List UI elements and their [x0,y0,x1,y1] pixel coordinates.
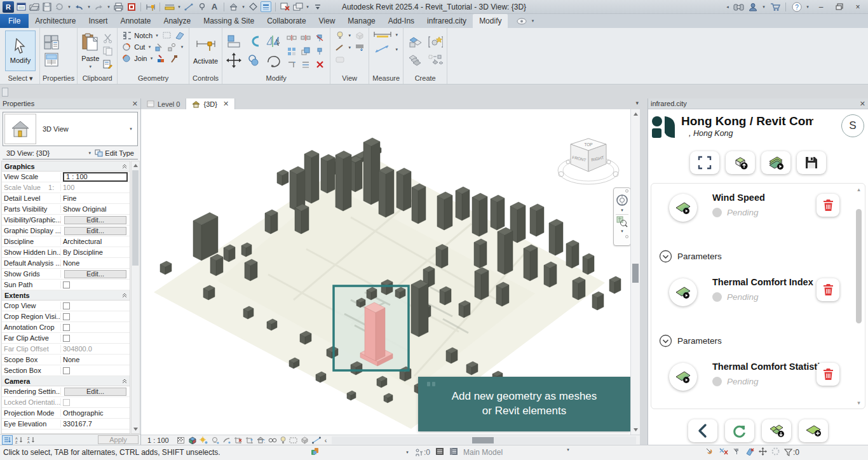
sort-default-icon[interactable] [2,435,13,445]
instance-selector[interactable]: 3D View: {3D} [6,149,85,157]
back-button[interactable] [688,419,717,442]
property-checkbox[interactable] [63,335,70,342]
panel-measure-label[interactable]: Measure [369,74,403,84]
property-checkbox[interactable] [63,367,70,374]
tag-icon[interactable] [196,1,207,12]
property-checkbox[interactable] [63,313,70,320]
modify-state-indicator[interactable]: ▾ [517,14,535,28]
property-row[interactable]: Crop Region Visi... [2,311,130,322]
displace-elements-icon[interactable] [334,54,345,65]
type-selector-dropdown[interactable]: ▾ [128,126,133,132]
canvas-hscroll-thumb[interactable] [472,437,494,443]
parameters-toggle[interactable]: Parameters [651,242,848,272]
ribbon-tab-analyze[interactable]: Analyze [157,14,197,28]
canvas-horizontal-scrollbar[interactable] [332,436,636,444]
visual-style-icon[interactable] [188,436,196,444]
view-scale-input[interactable]: 1 : 100 [63,172,128,182]
drawing-area[interactable]: TOP FRONT RIGHT ▾ ▾ Add new geometry as … [141,109,640,435]
upload-geometry-button[interactable] [726,151,755,174]
file-tabs-icon[interactable] [16,1,27,12]
design-options-icon[interactable] [435,447,444,457]
search-binoculars-icon[interactable] [733,1,744,12]
delete-analysis-button[interactable] [817,363,839,386]
demolish-icon[interactable] [154,41,165,52]
default-3d-view-icon[interactable] [228,1,239,12]
property-row[interactable]: Scope BoxNone [2,355,130,365]
worksharing-display-icon[interactable] [289,436,297,444]
zoom-dropdown[interactable]: ▾ [620,229,625,234]
canvas-scroll-up[interactable] [631,110,640,118]
design-options-dropdown[interactable]: ▾ [566,447,571,452]
print-icon[interactable] [113,1,124,12]
account-dropdown[interactable]: ▾ [761,4,766,10]
wall-joins-icon[interactable] [174,30,185,41]
sort-az-icon[interactable]: AZ [14,435,25,445]
cut-profile-icon[interactable] [354,42,365,53]
paint-icon[interactable] [156,53,166,64]
unpin-icon[interactable] [315,32,325,43]
property-checkbox[interactable] [63,302,70,309]
navigation-bar[interactable]: ▾ ▾ [613,187,631,246]
aligned-dimension-icon[interactable] [164,1,175,12]
delete-icon[interactable] [315,59,325,70]
join-dropdown[interactable]: ▾ [149,56,154,61]
drag-on-selection-icon[interactable] [759,447,767,457]
detail-level-icon[interactable] [177,436,185,444]
measure-between-icon[interactable] [373,43,392,56]
ribbon-tab-architecture[interactable]: Architecture [29,14,82,28]
join-geometry-icon[interactable] [121,53,132,64]
create-parts-icon[interactable] [428,53,443,68]
ribbon-tab-insert[interactable]: Insert [82,14,114,28]
modify-tool-button[interactable]: Modify [5,30,36,71]
edit-type-button[interactable]: Edit Type [95,149,134,157]
property-row[interactable]: Show GridsEdit... [2,269,130,280]
property-row[interactable]: Scale Value 1:100 [2,182,130,193]
zoom-icon[interactable] [616,216,628,227]
pin-icon[interactable] [315,46,325,57]
list-scrollbar[interactable]: ▴ ▾ [855,186,862,406]
account-icon[interactable] [747,1,758,12]
type-selector[interactable]: 3D View ▾ [3,112,138,146]
scale-icon[interactable] [301,46,311,57]
canvas-vertical-scrollbar[interactable] [630,109,640,435]
switch-windows-icon[interactable] [292,1,303,12]
cut-geometry-icon[interactable] [121,41,132,52]
linework-icon[interactable] [334,42,345,53]
shadows-icon[interactable] [211,436,219,444]
property-row[interactable]: DisciplineArchitectural [2,236,130,247]
help-icon[interactable]: ? [791,1,802,12]
temporary-view-properties-icon[interactable] [301,436,309,444]
analysis-card[interactable]: Wind SpeedPending [651,187,848,242]
view-tab-level-0[interactable]: Level 0 [141,98,186,109]
model-line-icon[interactable] [184,1,194,12]
list-scroll-down[interactable]: ▾ [855,400,862,406]
download-geometry-button[interactable] [762,419,791,442]
cut-dropdown[interactable]: ▾ [147,44,152,50]
property-row[interactable]: Sun Path [2,280,130,290]
worksharing-status-icon[interactable] [311,447,319,456]
panel-properties-label[interactable]: Properties [40,74,77,84]
reveal-dropdown[interactable]: ▾ [347,33,352,38]
activate-button[interactable]: Activate [193,37,218,65]
worksets-dropdown[interactable]: ▾ [405,450,410,455]
reveal-hidden-icon[interactable] [334,30,345,41]
viewctrl-collapse-chevron[interactable]: ‹ [325,436,327,444]
save-project-button[interactable] [797,151,826,174]
property-row[interactable]: Default Analysis ...None [2,258,130,269]
list-scroll-thumb[interactable] [856,209,862,323]
sync-dropdown[interactable]: ▾ [67,4,72,10]
edit-button[interactable]: Edit... [64,270,126,278]
property-row[interactable]: Visibility/Graphic...Edit... [2,215,130,226]
delete-analysis-button[interactable] [817,194,839,217]
analysis-card[interactable]: Thermal Comfort IndexPending [651,272,848,327]
undo-icon[interactable] [74,1,85,12]
notch-label[interactable]: Notch [134,32,153,39]
steering-wheel-icon[interactable] [616,194,628,206]
edit-button[interactable]: Edit... [64,388,126,396]
ribbon-tab-view[interactable]: View [313,14,342,28]
select-underlay-icon[interactable] [719,447,728,457]
help-dropdown[interactable]: ▾ [805,4,810,10]
panel-select-label[interactable]: Select ▾ [1,74,39,84]
property-checkbox[interactable] [63,324,70,331]
properties-scrollbar[interactable] [131,161,140,434]
